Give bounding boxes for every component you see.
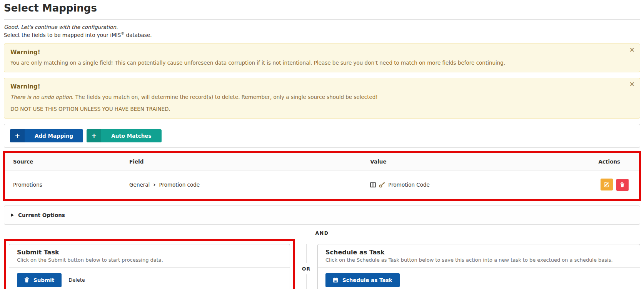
field-name: Promotion code xyxy=(159,182,200,188)
key-icon xyxy=(379,182,385,188)
warning-heading: Warning! xyxy=(10,49,627,56)
annotation-highlight-mappings-table: Source Field Value Actions Promotions Ge… xyxy=(3,151,641,201)
task-options-row: Submit Task Click on the Submit button b… xyxy=(4,239,640,289)
schedule-task-panel: Schedule as Task Click on the Schedule a… xyxy=(317,244,640,289)
intro-line-2: Select the fields to be mapped into your… xyxy=(4,31,640,39)
warning-text: There is no undo option. The fields you … xyxy=(10,93,627,101)
submit-button[interactable]: Submit xyxy=(17,273,62,287)
field-cell: General › Promotion code xyxy=(125,170,366,199)
mappings-table: Source Field Value Actions Promotions Ge… xyxy=(5,153,639,199)
task-action-type-label: Delete xyxy=(68,277,85,283)
table-row: Promotions General › Promotion code Prom… xyxy=(5,170,639,199)
schedule-task-title: Schedule as Task xyxy=(325,249,632,256)
intro-line-1: Good. Let's continue with the configurat… xyxy=(4,23,640,31)
warning-alert-no-undo: × Warning! There is no undo option. The … xyxy=(4,78,640,119)
submit-task-panel: Submit Task Click on the Submit button b… xyxy=(9,244,290,289)
annotation-highlight-submit-panel: Submit Task Click on the Submit button b… xyxy=(4,239,295,289)
source-cell: Promotions xyxy=(5,170,125,199)
column-header-source: Source xyxy=(5,153,125,170)
select-mappings-page: Select Mappings Good. Let's continue wit… xyxy=(0,0,644,289)
registered-mark: ® xyxy=(121,32,124,35)
plus-icon: + xyxy=(10,129,25,142)
close-icon[interactable]: × xyxy=(629,81,635,87)
edit-mapping-button[interactable] xyxy=(601,179,613,190)
value-label: Promotion Code xyxy=(388,182,430,188)
submit-task-description: Click on the Submit button below to star… xyxy=(17,257,282,263)
current-options-label: Current Options xyxy=(18,212,65,218)
field-group: General xyxy=(129,182,150,188)
current-options-toggle[interactable]: Current Options xyxy=(4,205,640,225)
warning-heading: Warning! xyxy=(10,83,627,90)
calendar-icon xyxy=(333,277,338,283)
caret-right-icon xyxy=(11,214,14,217)
intro-text: Good. Let's continue with the configurat… xyxy=(4,23,640,39)
column-header-field: Field xyxy=(125,153,366,170)
and-divider: AND xyxy=(4,230,640,236)
column-header-actions: Actions xyxy=(595,153,639,170)
trash-icon xyxy=(24,277,29,283)
edit-icon xyxy=(604,182,609,187)
warning-text-line2: DO NOT USE THIS OPTION UNLESS YOU HAVE B… xyxy=(10,105,627,113)
or-divider: OR xyxy=(295,239,317,289)
schedule-as-task-button[interactable]: Schedule as Task xyxy=(325,273,400,287)
warning-text: You are only matching on a single field!… xyxy=(10,59,627,67)
add-mapping-label: Add Mapping xyxy=(25,129,83,142)
auto-matches-button[interactable]: + Auto Matches xyxy=(87,129,161,142)
actions-cell xyxy=(595,170,639,199)
value-cell: Promotion Code xyxy=(366,170,594,199)
schedule-task-description: Click on the Schedule as Task button bel… xyxy=(325,257,632,263)
table-columns-icon xyxy=(370,182,376,188)
schedule-as-task-button-label: Schedule as Task xyxy=(342,277,392,283)
add-mapping-button[interactable]: + Add Mapping xyxy=(10,129,83,142)
table-header-row: Source Field Value Actions xyxy=(5,153,639,170)
or-divider-label: OR xyxy=(302,266,310,272)
submit-task-title: Submit Task xyxy=(17,249,282,256)
delete-mapping-button[interactable] xyxy=(616,179,629,191)
trash-icon xyxy=(620,182,625,187)
plus-icon: + xyxy=(87,129,101,142)
and-divider-label: AND xyxy=(315,230,329,236)
auto-matches-label: Auto Matches xyxy=(101,129,161,142)
warning-alert-single-field: × Warning! You are only matching on a si… xyxy=(4,43,640,72)
submit-button-label: Submit xyxy=(33,277,54,283)
close-icon[interactable]: × xyxy=(629,47,635,53)
page-title: Select Mappings xyxy=(4,2,640,20)
column-header-value: Value xyxy=(366,153,594,170)
chevron-right-icon: › xyxy=(153,182,155,188)
mapping-toolbar: + Add Mapping + Auto Matches xyxy=(4,124,640,148)
